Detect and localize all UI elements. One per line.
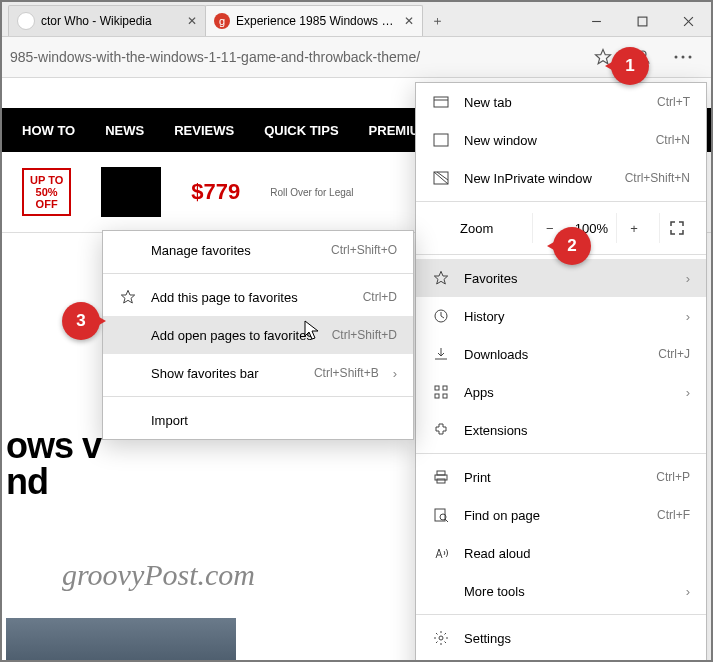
new-tab-icon [432,94,450,110]
url-text[interactable]: 985-windows-with-the-windows-1-11-game-a… [10,49,583,65]
download-icon [432,346,450,362]
annotation-callout-2: 2 [553,227,591,265]
extensions-icon [432,422,450,438]
svg-point-8 [689,56,692,59]
close-window-button[interactable] [665,6,711,36]
tab-wikipedia[interactable]: ctor Who - Wikipedia ✕ [8,5,206,36]
menu-settings[interactable]: Settings [416,619,706,657]
tab-label: Experience 1985 Windows with t [236,14,398,28]
submenu-import[interactable]: Import [103,401,413,439]
menu-extensions[interactable]: Extensions [416,411,706,449]
watermark: groovyPost.com [62,558,255,592]
more-menu: New tab Ctrl+T New window Ctrl+N New InP… [415,82,707,662]
menu-history[interactable]: History › [416,297,706,335]
menu-read-aloud[interactable]: Read aloud [416,534,706,572]
menu-help[interactable]: Help and feedback › [416,657,706,662]
star-icon [432,270,450,286]
history-icon [432,308,450,324]
svg-rect-11 [434,134,448,146]
tab-strip: ctor Who - Wikipedia ✕ g Experience 1985… [2,2,573,36]
svg-point-7 [682,56,685,59]
fullscreen-button[interactable] [659,213,694,243]
svg-rect-20 [443,394,447,398]
menu-favorites[interactable]: Favorites › [416,259,706,297]
cursor-icon [304,320,320,342]
svg-marker-29 [121,290,134,303]
read-aloud-icon [432,545,450,561]
ad-thumbnail [101,167,161,217]
menu-new-tab[interactable]: New tab Ctrl+T [416,83,706,121]
svg-rect-1 [638,17,647,26]
minimize-button[interactable] [573,6,619,36]
inprivate-icon [432,170,450,186]
svg-marker-15 [434,271,447,284]
tab-groovypost[interactable]: g Experience 1985 Windows with t ✕ [205,5,423,36]
menu-new-window[interactable]: New window Ctrl+N [416,121,706,159]
price: $779 [191,179,240,205]
window-controls [573,6,711,36]
svg-point-27 [439,636,443,640]
new-window-icon [432,132,450,148]
chevron-right-icon: › [686,309,690,324]
nav-item[interactable]: HOW TO [22,123,75,138]
chevron-right-icon: › [393,366,397,381]
menu-print[interactable]: Print Ctrl+P [416,458,706,496]
annotation-callout-3: 3 [62,302,100,340]
more-menu-button[interactable] [663,55,703,59]
close-tab-icon[interactable]: ✕ [187,14,197,28]
offer-badge: UP TO 50% OFF [22,168,71,216]
submenu-show-favorites-bar[interactable]: Show favorites bar Ctrl+Shift+B › [103,354,413,392]
legal-text: Roll Over for Legal [270,187,353,198]
print-icon [432,469,450,485]
svg-rect-17 [435,386,439,390]
zoom-label: Zoom [428,221,524,236]
svg-point-6 [675,56,678,59]
annotation-callout-1: 1 [611,47,649,85]
maximize-button[interactable] [619,6,665,36]
nav-item[interactable]: REVIEWS [174,123,234,138]
svg-rect-24 [435,509,445,521]
svg-rect-9 [434,97,448,107]
chevron-right-icon: › [686,385,690,400]
new-tab-button[interactable]: ＋ [422,6,452,36]
svg-rect-18 [443,386,447,390]
svg-rect-21 [437,471,445,475]
zoom-in-button[interactable]: + [616,213,651,243]
gear-icon [432,630,450,646]
nav-item[interactable]: NEWS [105,123,144,138]
menu-more-tools[interactable]: More tools › [416,572,706,610]
submenu-manage-favorites[interactable]: Manage favorites Ctrl+Shift+O [103,231,413,269]
star-icon [119,289,137,305]
chevron-right-icon: › [686,271,690,286]
article-headline: ows v nd [6,428,101,500]
submenu-add-page[interactable]: Add this page to favorites Ctrl+D [103,278,413,316]
wikipedia-favicon-icon [17,12,35,30]
menu-find[interactable]: Find on page Ctrl+F [416,496,706,534]
find-icon [432,507,450,523]
chevron-right-icon: › [686,584,690,599]
favorites-submenu: Manage favorites Ctrl+Shift+O Add this p… [102,230,414,440]
tab-label: ctor Who - Wikipedia [41,14,181,28]
menu-apps[interactable]: Apps › [416,373,706,411]
groovypost-favicon-icon: g [214,13,230,29]
svg-rect-19 [435,394,439,398]
submenu-add-open-pages[interactable]: Add open pages to favorites Ctrl+Shift+D [103,316,413,354]
apps-icon [432,384,450,400]
titlebar: ctor Who - Wikipedia ✕ g Experience 1985… [2,2,711,37]
menu-downloads[interactable]: Downloads Ctrl+J [416,335,706,373]
nav-item[interactable]: QUICK TIPS [264,123,338,138]
close-tab-icon[interactable]: ✕ [404,14,414,28]
article-thumbnail [6,618,236,662]
menu-new-inprivate[interactable]: New InPrivate window Ctrl+Shift+N [416,159,706,197]
